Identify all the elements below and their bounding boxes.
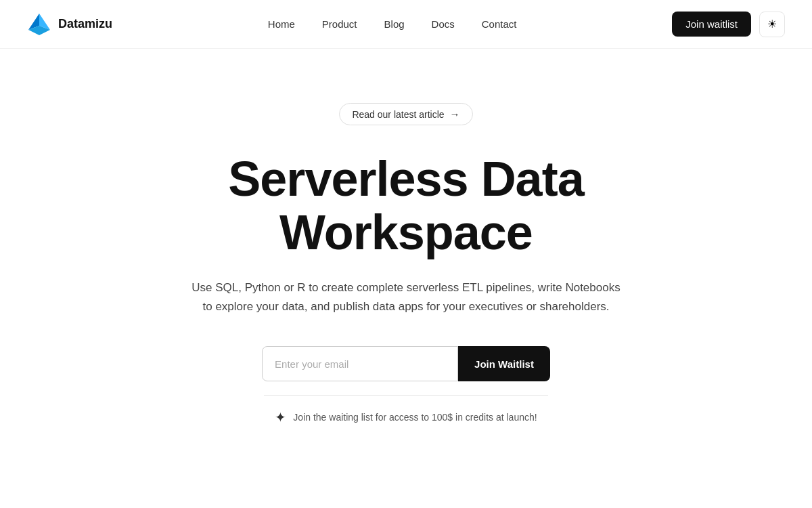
hero-title: Serverless Data Workspace — [228, 152, 583, 259]
latest-article-badge[interactable]: Read our latest article → — [339, 103, 472, 125]
nav-links: Home Product Blog Docs Contact — [268, 18, 517, 30]
hero-section: Read our latest article → Serverless Dat… — [0, 49, 812, 466]
nav-item-home[interactable]: Home — [268, 18, 295, 30]
nav-item-blog[interactable]: Blog — [384, 18, 405, 30]
divider — [264, 395, 548, 396]
navbar: Datamizu Home Product Blog Docs Contact … — [0, 0, 812, 49]
join-waitlist-cta-button[interactable]: Join Waitlist — [458, 346, 550, 381]
email-input[interactable] — [262, 346, 458, 381]
badge-text: Read our latest article — [352, 109, 444, 120]
hero-title-line1: Serverless Data — [228, 152, 583, 206]
waitlist-note-text: Join the waiting list for access to 100$… — [293, 412, 537, 423]
join-waitlist-button[interactable]: Join waitlist — [672, 12, 751, 37]
brand-name: Datamizu — [58, 17, 112, 31]
hero-title-line2: Workspace — [279, 205, 533, 259]
nav-item-contact[interactable]: Contact — [482, 18, 517, 30]
nav-item-docs[interactable]: Docs — [432, 18, 455, 30]
arrow-icon: → — [450, 108, 460, 120]
theme-toggle-button[interactable]: ☀ — [759, 12, 785, 37]
sun-icon: ☀ — [767, 18, 777, 30]
logo-icon — [27, 12, 51, 37]
nav-right: Join waitlist ☀ — [672, 12, 785, 37]
logo-link[interactable]: Datamizu — [27, 12, 112, 37]
email-form: Join Waitlist — [262, 346, 550, 381]
waitlist-note: ✦ Join the waiting list for access to 10… — [275, 409, 537, 425]
hero-subtitle: Use SQL, Python or R to create complete … — [189, 278, 623, 316]
nav-item-product[interactable]: Product — [322, 18, 357, 30]
sparkle-icon: ✦ — [275, 409, 286, 425]
